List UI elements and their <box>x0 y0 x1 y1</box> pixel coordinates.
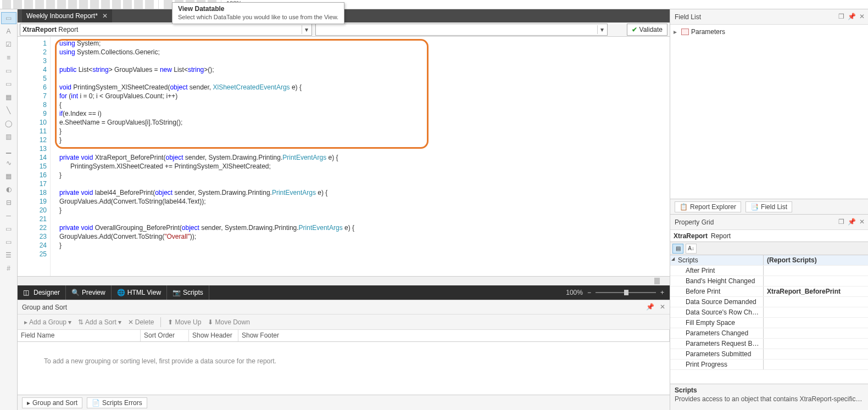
tooltip-title: View Datatable <box>178 5 338 13</box>
sparkline-tool[interactable]: ∿ <box>1 157 16 169</box>
datatable-tooltip: View Datatable Select which DataTable yo… <box>172 2 344 24</box>
close-icon[interactable]: ✕ <box>859 218 865 226</box>
group-sort-panel: Group and Sort 📌 ✕ ▸ Add a Group ▾ ⇅ Add… <box>18 300 670 410</box>
window-icon[interactable]: ❐ <box>838 218 844 226</box>
pin-icon[interactable]: 📌 <box>848 218 856 226</box>
top-toolbar: 100% <box>0 0 868 9</box>
scripts-errors-tab[interactable]: 📄 Scripts Errors <box>87 397 147 408</box>
table-tool[interactable]: ▦ <box>1 91 16 103</box>
parameters-icon <box>681 29 689 35</box>
move-down-button[interactable]: ⬇ Move Down <box>205 318 252 326</box>
preview-icon: 🔍 <box>71 289 79 296</box>
view-tabbar: ◫Designer 🔍Preview 🌐HTML View 📷Scripts 1… <box>18 285 670 300</box>
pointer-tool[interactable]: ▭ <box>1 12 16 24</box>
subreport-tool[interactable]: ▭ <box>1 236 16 248</box>
zoom-out-icon[interactable]: − <box>587 289 591 296</box>
code-area[interactable]: using System;using System.Collections.Ge… <box>51 37 670 276</box>
categorized-button[interactable]: ▤ <box>672 244 683 254</box>
group-sort-columns: Field Name Sort Order Show Header Show F… <box>18 330 670 342</box>
barcode-tool[interactable]: ▥ <box>1 131 16 143</box>
property-row[interactable]: Band's Height Changed <box>670 276 868 287</box>
horizontal-scrollbar[interactable] <box>18 276 670 285</box>
panel-tool[interactable]: ▭ <box>1 78 16 90</box>
property-row[interactable]: Parameters Submitted <box>670 349 868 360</box>
expand-icon[interactable]: ▸ <box>674 28 679 36</box>
window-icon[interactable]: ❐ <box>838 13 844 20</box>
property-description: Scripts Provides access to an object tha… <box>670 384 868 410</box>
crossband-tool[interactable]: ▭ <box>1 223 16 235</box>
designer-tab[interactable]: ◫Designer <box>18 285 66 300</box>
gauge-tool[interactable]: ◐ <box>1 183 16 195</box>
html-icon: 🌐 <box>117 289 125 296</box>
richtext-tool[interactable]: ≡ <box>1 52 16 64</box>
add-group-button[interactable]: ▸ Add a Group ▾ <box>22 318 74 326</box>
add-sort-button[interactable]: ⇅ Add a Sort ▾ <box>76 318 124 326</box>
group-sort-tab[interactable]: ▸ Group and Sort <box>22 397 82 408</box>
close-icon[interactable]: ✕ <box>660 303 665 311</box>
pin-icon[interactable]: 📌 <box>848 13 856 20</box>
toc-tool[interactable]: ☰ <box>1 249 16 261</box>
property-grid-object[interactable]: XtraReport Report <box>670 230 868 242</box>
preview-tab[interactable]: 🔍Preview <box>66 285 112 300</box>
scripts-tab[interactable]: 📷Scripts <box>167 285 209 300</box>
move-up-button[interactable]: ⬆ Move Up <box>165 318 203 326</box>
panel-title: Group and Sort <box>22 304 67 311</box>
close-icon[interactable]: ✕ <box>859 13 865 20</box>
pivot-tool[interactable]: ▦ <box>1 170 16 182</box>
object-combo[interactable]: XtraReport Report ▾ <box>20 24 312 36</box>
script-combo-row: XtraReport Report ▾ ▾ ✔ Validate <box>18 23 670 37</box>
code-editor[interactable]: 1234567891011121314151617181920212223242… <box>18 37 670 276</box>
checkbox-tool[interactable]: ☑ <box>1 38 16 50</box>
line-gutter: 1234567891011121314151617181920212223242… <box>18 37 51 276</box>
tree-node-parameters[interactable]: ▸ Parameters <box>674 28 865 36</box>
label-tool[interactable]: A <box>1 25 16 37</box>
tooltip-body: Select which DataTable you would like to… <box>178 14 338 20</box>
property-row[interactable]: Parameters Request Be... <box>670 339 868 349</box>
property-grid-panel: Property Grid ❐📌✕ XtraReport Report ▤ A↓… <box>670 215 868 410</box>
line-tool[interactable]: ╲ <box>1 104 16 116</box>
validate-button[interactable]: ✔ Validate <box>627 24 667 36</box>
property-row[interactable]: Parameters Changed <box>670 328 868 339</box>
event-combo[interactable]: ▾ <box>315 24 608 36</box>
pin-icon[interactable]: 📌 <box>646 303 654 311</box>
property-row[interactable]: Before PrintXtraReport_BeforePrint <box>670 287 868 297</box>
property-row[interactable]: Data Source's Row Cha... <box>670 307 868 318</box>
pagebreak-tool[interactable]: ─ <box>1 210 16 222</box>
chevron-down-icon[interactable]: ▾ <box>302 25 310 34</box>
field-list-tab[interactable]: 📑 Field List <box>745 201 792 212</box>
zipcode-tool[interactable]: ⊟ <box>1 196 16 209</box>
field-list-tree[interactable]: ▸ Parameters <box>670 25 868 199</box>
group-sort-empty: To add a new grouping or sorting level, … <box>18 342 670 395</box>
alphabetical-button[interactable]: A↓ <box>686 244 697 254</box>
report-explorer-tab[interactable]: 📋 Report Explorer <box>675 201 741 212</box>
property-row[interactable]: Fill Empty Space <box>670 318 868 328</box>
designer-icon: ◫ <box>23 289 31 296</box>
property-row[interactable]: Data Source Demanded <box>670 297 868 307</box>
zoom-in-icon[interactable]: + <box>660 289 664 296</box>
property-row[interactable]: Print Progress <box>670 360 868 370</box>
scripts-icon: 📷 <box>173 289 180 296</box>
document-tab[interactable]: Weekly Inbound Report* ✕ <box>22 9 112 23</box>
property-row[interactable]: Scripts(Report Scripts) <box>670 255 868 266</box>
pageinfo-tool[interactable]: # <box>1 262 16 274</box>
picturebox-tool[interactable]: ▭ <box>1 65 16 77</box>
property-row[interactable]: After Print <box>670 266 868 276</box>
left-toolbox: ▭ A ☑ ≡ ▭ ▭ ▦ ╲ ◯ ▥ ▁ ∿ ▦ ◐ ⊟ ─ ▭ ▭ ☰ # <box>0 9 18 410</box>
property-grid-rows[interactable]: Scripts(Report Scripts)After PrintBand's… <box>670 255 868 384</box>
check-icon: ✔ <box>632 26 637 33</box>
chart-tool[interactable]: ▁ <box>1 144 16 156</box>
htmlview-tab[interactable]: 🌐HTML View <box>112 285 167 300</box>
shape-tool[interactable]: ◯ <box>1 117 16 130</box>
zoom-slider[interactable] <box>596 292 656 293</box>
document-tab-title: Weekly Inbound Report* <box>26 12 98 20</box>
field-list-title: Field List ❐📌✕ <box>670 9 868 25</box>
chevron-down-icon[interactable]: ▾ <box>597 25 606 34</box>
close-icon[interactable]: ✕ <box>102 12 108 20</box>
delete-button[interactable]: ✕ Delete <box>126 318 157 326</box>
zoom-label: 100% <box>566 289 583 296</box>
